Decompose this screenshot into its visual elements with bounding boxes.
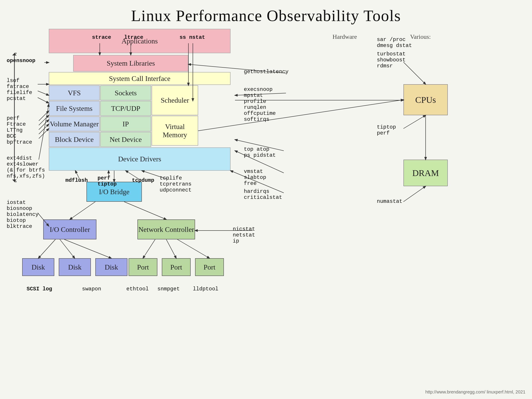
port-1: Port — [129, 258, 157, 276]
svg-line-27 — [403, 115, 426, 129]
tool-snmpget: snmpget — [157, 286, 180, 292]
svg-line-17 — [38, 239, 55, 258]
svg-line-11 — [39, 124, 49, 134]
svg-line-10 — [39, 120, 49, 130]
tool-scsi-log: SCSI log — [27, 286, 52, 292]
svg-line-26 — [403, 62, 426, 84]
tool-ext4dist: ext4distext4slower(& for btrfsnfs,xfs,zf… — [7, 155, 45, 179]
svg-line-23 — [198, 100, 403, 131]
layer-syscall: System Call Interface — [49, 72, 231, 85]
svg-line-12 — [39, 129, 49, 139]
tool-lldptool: lldptool — [193, 286, 218, 292]
tool-hardirqs: hardirqscriticalstat — [244, 188, 282, 200]
tool-ltrace: ltrace — [124, 34, 143, 40]
tool-perf-tiptop: perftiptop — [98, 175, 117, 187]
layer-devdrivers: Device Drivers — [49, 147, 231, 171]
layer-iocontroller: I/O Controller — [43, 219, 96, 239]
layer-scheduler: Scheduler — [152, 85, 198, 115]
layer-filesystems: File Systems — [49, 101, 100, 116]
port-2: Port — [162, 258, 191, 276]
tool-top-atop: top atopps pidstat — [244, 146, 276, 158]
disk-1: Disk — [22, 258, 54, 276]
layer-applications: Applications — [49, 29, 231, 53]
disk-2: Disk — [59, 258, 91, 276]
layer-virtmem: VirtualMemory — [152, 116, 198, 146]
hw-dram: DRAM — [403, 160, 448, 186]
svg-line-20 — [143, 239, 155, 258]
svg-marker-44 — [12, 180, 17, 182]
svg-line-22 — [177, 239, 209, 258]
tool-tcplife: tcplifetcpretransudpconnect — [160, 175, 191, 193]
layer-tcpudp: TCP/UDP — [100, 101, 151, 116]
svg-line-8 — [39, 111, 49, 121]
layer-sockets: Sockets — [100, 85, 151, 101]
hw-cpus: CPUs — [403, 84, 448, 115]
tool-vmstat: vmstatslabtopfree — [244, 168, 266, 186]
tool-perf-ftrace: perfFtraceLTTngBCCbpftrace — [7, 115, 32, 145]
svg-line-13 — [39, 104, 49, 160]
tool-strace: strace — [92, 34, 111, 40]
svg-line-15 — [70, 202, 95, 219]
tool-tcpdump: tcpdump — [132, 177, 154, 183]
layer-vfs: VFS — [49, 85, 100, 101]
svg-line-6 — [38, 91, 49, 95]
svg-line-7 — [38, 98, 49, 103]
copyright-text: http://www.brendangregg.com/ linuxperf.h… — [425, 389, 525, 395]
tool-ethtool: ethtool — [126, 286, 149, 292]
tool-nicstat: nicstatnetstatip — [233, 226, 255, 244]
svg-line-21 — [166, 239, 176, 258]
layer-netdev: Net Device — [100, 132, 151, 147]
svg-marker-43 — [12, 53, 17, 55]
svg-line-16 — [124, 202, 166, 219]
tool-mdflush: mdflush — [65, 177, 88, 183]
tool-turbostat: turbostatshowboostrdmsr — [377, 51, 406, 69]
tool-tiptop-perf: tiptopperf — [377, 124, 396, 136]
layer-blockdev: Block Device — [49, 132, 100, 147]
tool-gethostlatency: gethostlatency — [244, 69, 289, 75]
svg-line-28 — [403, 186, 426, 202]
tool-lsof: lsoffatracefilelifepcstat — [7, 78, 32, 101]
disk-3: Disk — [95, 258, 127, 276]
svg-line-18 — [60, 239, 75, 258]
hw-section-label: Hardware — [332, 33, 357, 40]
page-title: Linux Performance Observability Tools — [0, 0, 532, 27]
layer-ip: IP — [100, 116, 151, 132]
tool-sar-proc: sar /procdmesg dstat — [377, 37, 412, 49]
layer-volmgr: Volume Manager — [49, 116, 100, 132]
various-section-label: Various: — [410, 33, 431, 40]
svg-line-9 — [39, 115, 49, 125]
tool-opensnoop: opensnoop — [7, 58, 35, 64]
layer-netcontroller: Network Controller — [137, 219, 195, 239]
tool-execsnoop: execsnoopmpstatprofilerunqlenoffcputimes… — [244, 86, 276, 122]
port-3: Port — [195, 258, 224, 276]
svg-line-19 — [64, 239, 111, 258]
tool-ss-nstat: ss nstat — [180, 34, 205, 40]
tool-swapon: swapon — [82, 286, 101, 292]
tool-iostat: iostatbiosnoopbiolatencybiotopblktrace — [7, 200, 38, 229]
layer-system-libraries: System Libraries — [73, 55, 188, 72]
tool-numastat: numastat — [377, 198, 402, 204]
